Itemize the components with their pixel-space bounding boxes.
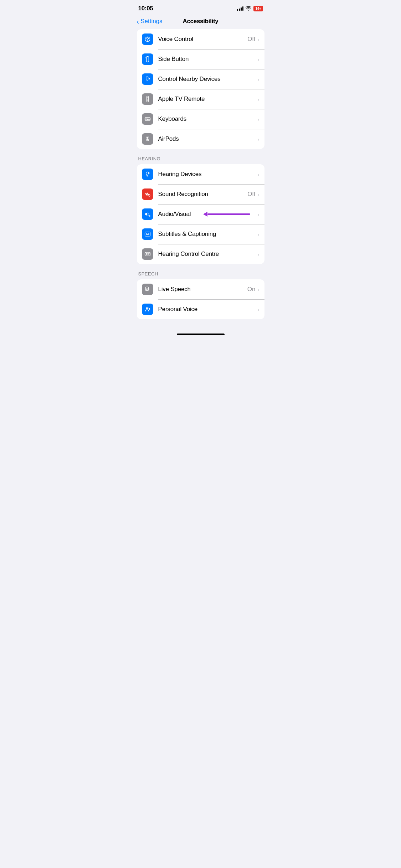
control-nearby-devices-row[interactable]: Control Nearby Devices › [137, 69, 264, 89]
audio-visual-icon [142, 208, 153, 220]
svg-rect-16 [149, 119, 150, 120]
sound-recognition-chevron: › [258, 191, 259, 197]
hearing-section-label: HEARING [137, 156, 264, 161]
hearing-control-centre-label: Hearing Control Centre [158, 250, 258, 258]
home-indicator [131, 326, 270, 339]
personal-voice-icon [142, 304, 153, 315]
battery-icon: 14+ [253, 6, 263, 11]
svg-rect-7 [147, 100, 148, 100]
control-nearby-chevron: › [258, 76, 259, 82]
hearing-devices-row[interactable]: Hearing Devices › [137, 164, 264, 184]
svg-rect-26 [147, 253, 149, 254]
svg-point-5 [147, 97, 148, 98]
live-speech-value: On [247, 286, 256, 293]
speech-group: Live Speech On › Personal Voice › [137, 279, 264, 319]
personal-voice-label: Personal Voice [158, 306, 258, 313]
svg-rect-11 [146, 118, 147, 119]
hearing-control-centre-row[interactable]: Hearing Control Centre › [137, 244, 264, 264]
back-button-label: Settings [140, 18, 162, 25]
personal-voice-chevron: › [258, 306, 259, 312]
status-icons: 14+ [237, 6, 263, 11]
svg-rect-14 [145, 119, 146, 120]
keyboards-chevron: › [258, 116, 259, 122]
side-button-label: Side Button [158, 56, 258, 63]
apple-tv-remote-label: Apple TV Remote [158, 95, 258, 103]
airpods-chevron: › [258, 136, 259, 142]
svg-rect-12 [148, 118, 148, 119]
audio-visual-label: Audio/Visual [158, 211, 258, 218]
airpods-row[interactable]: AirPods › [137, 129, 264, 149]
voice-control-value: Off [247, 36, 255, 43]
page-title: Accessibility [182, 18, 218, 25]
subtitles-captioning-row[interactable]: Subtitles & Captioning › [137, 224, 264, 244]
audio-visual-chevron: › [258, 211, 259, 217]
svg-rect-23 [146, 234, 149, 235]
interaction-group: Voice Control Off › Side Button › Contro… [137, 29, 264, 149]
live-speech-row[interactable]: Live Speech On › [137, 279, 264, 299]
voice-control-row[interactable]: Voice Control Off › [137, 29, 264, 49]
svg-rect-2 [146, 57, 149, 62]
svg-rect-10 [145, 118, 146, 119]
apple-tv-remote-chevron: › [258, 96, 259, 102]
keyboards-icon [142, 113, 153, 125]
subtitles-captioning-chevron: › [258, 231, 259, 237]
status-time: 10:05 [138, 5, 153, 12]
speech-section: SPEECH Live Speech On › Personal Voice › [137, 271, 264, 319]
live-speech-chevron: › [258, 286, 259, 293]
svg-point-29 [146, 307, 148, 309]
live-speech-label: Live Speech [158, 286, 247, 293]
apple-tv-remote-icon [142, 93, 153, 105]
signal-icon [237, 6, 243, 11]
sound-recognition-label: Sound Recognition [158, 191, 248, 198]
back-chevron-icon: ‹ [137, 18, 139, 25]
svg-rect-27 [147, 254, 149, 255]
hearing-devices-icon [142, 169, 153, 180]
voice-control-chevron: › [258, 36, 259, 42]
side-button-chevron: › [258, 56, 259, 62]
keyboards-label: Keyboards [158, 115, 258, 123]
status-bar: 10:05 14+ [131, 0, 270, 15]
live-speech-icon [142, 284, 153, 295]
side-button-icon [142, 53, 153, 65]
svg-rect-13 [148, 118, 149, 119]
svg-rect-22 [148, 233, 149, 234]
hearing-group: Hearing Devices › Sound Recognition Off … [137, 164, 264, 264]
battery-level: 14+ [255, 7, 261, 11]
svg-point-1 [147, 40, 148, 41]
hearing-devices-label: Hearing Devices [158, 171, 258, 178]
airpods-label: AirPods [158, 135, 258, 143]
sound-recognition-row[interactable]: Sound Recognition Off › [137, 184, 264, 204]
home-bar [177, 334, 225, 335]
svg-rect-20 [145, 232, 150, 236]
apple-tv-remote-row[interactable]: Apple TV Remote › [137, 89, 264, 109]
sound-recognition-value: Off [247, 191, 255, 198]
control-nearby-label: Control Nearby Devices [158, 76, 258, 83]
hearing-devices-chevron: › [258, 171, 259, 177]
sound-recognition-icon [142, 188, 153, 200]
svg-rect-9 [145, 118, 150, 120]
voice-control-icon [142, 33, 153, 45]
svg-rect-15 [146, 119, 149, 120]
wifi-icon [246, 6, 251, 11]
svg-point-25 [146, 253, 147, 254]
interaction-section: Voice Control Off › Side Button › Contro… [137, 29, 264, 149]
back-button[interactable]: ‹ Settings [137, 18, 163, 25]
keyboards-row[interactable]: Keyboards › [137, 109, 264, 129]
audio-visual-row[interactable]: Audio/Visual › [137, 204, 264, 224]
svg-rect-3 [146, 77, 148, 80]
airpods-icon [142, 133, 153, 145]
hearing-section: HEARING Hearing Devices › Sound Recognit… [137, 156, 264, 264]
personal-voice-row[interactable]: Personal Voice › [137, 299, 264, 319]
voice-control-label: Voice Control [158, 36, 248, 43]
svg-rect-8 [147, 100, 148, 101]
control-nearby-icon [142, 73, 153, 85]
side-button-row[interactable]: Side Button › [137, 49, 264, 69]
subtitles-captioning-icon [142, 228, 153, 240]
navigation-bar: ‹ Settings Accessibility [131, 15, 270, 29]
hearing-control-centre-chevron: › [258, 251, 259, 257]
svg-rect-21 [146, 233, 147, 234]
svg-rect-6 [147, 99, 148, 99]
speech-section-label: SPEECH [137, 271, 264, 277]
subtitles-captioning-label: Subtitles & Captioning [158, 231, 258, 238]
hearing-control-centre-icon [142, 248, 153, 260]
